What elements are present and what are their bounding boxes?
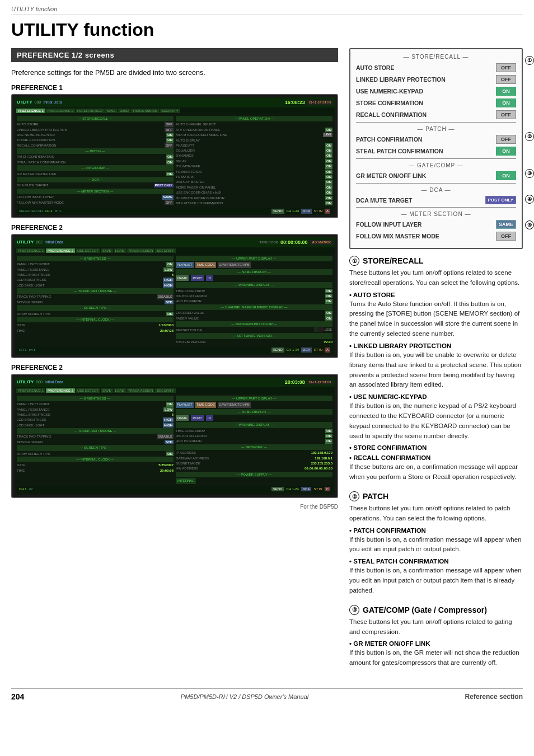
pref2b-upper-section: — UPPER PART DISPLAY — xyxy=(176,396,332,401)
pref2b-body: — BRIGHTNESS — PANEL UNITY POINTON PANEL… xyxy=(15,394,335,494)
bullet-recall-conf: • RECALL CONFIRMATION If these buttons a… xyxy=(349,454,523,482)
selected-ch-lbl: SELECTED CH xyxy=(19,209,43,213)
diag-num-kp: USE NUMERIC-KEYPAD ON xyxy=(356,87,516,96)
tpad-tap-val: DISABLE xyxy=(157,294,174,299)
diag-lib-protect-btn[interactable]: OFF xyxy=(496,75,516,84)
draw-tips-row: DRAW SCREEN TIPSON xyxy=(17,312,174,316)
hdd-io-row: HDD I/O ERRORON xyxy=(176,299,332,303)
sep1 xyxy=(356,122,516,123)
diag-store-conf: STORE CONFIRMATION ON xyxy=(356,98,516,107)
use-enc-val: ON xyxy=(325,190,332,195)
panel-resist-lbl: PANEL RESISTANCE xyxy=(17,267,50,272)
pref2b-name-btn: NAME xyxy=(176,415,189,421)
pref2b-tap-row: TRACK PAD TAPPINGDISABLE xyxy=(17,434,174,439)
pref2a-label: PREFERENCE 2 xyxy=(11,224,338,232)
diag-steal-patch-lbl: STEAL PATCH CONFIRMATION xyxy=(356,148,496,154)
delay-row: DELAYON xyxy=(176,159,332,163)
bullet-patch-conf-title: • PATCH CONFIRMATION xyxy=(349,527,523,534)
lcd-bright-val: HIGH xyxy=(163,278,174,282)
pref2b-gw-val: 192.168.0.1 xyxy=(315,456,332,461)
pref2a-a: A xyxy=(325,348,330,352)
pref2b-meter: CH 1-24 ST IN xyxy=(307,380,332,384)
pref2b-ip-row: IP ADDRESS192.168.0.179 xyxy=(176,450,332,455)
lose-lbl: LOSE xyxy=(324,327,332,332)
pref2b-lcd-back-row: LCD BACK LIGHTHIGH xyxy=(17,423,174,428)
tab-load: LOAD xyxy=(118,109,130,113)
diag-follow-input-btn[interactable]: SAME xyxy=(496,220,516,229)
pref2a-stin: ST IN xyxy=(314,348,322,352)
store-confirm-row: STORE CONFIRMATIONON xyxy=(17,138,174,142)
right-column: — STORE/RECALL — AUTO STORE OFF LINKED L… xyxy=(349,48,523,677)
bullet-gr-meter-title: • GR METER ON/OFF LINK xyxy=(349,640,523,647)
diag-store-conf-btn[interactable]: ON xyxy=(496,98,516,107)
diag-recall-conf-btn[interactable]: OFF xyxy=(496,110,516,119)
pref2a-send: SEND xyxy=(271,348,284,352)
screen-inner-pref1: U ILITY 000 Initial Data 16:08:23 CH 1-2… xyxy=(15,97,335,215)
pref2b-scene-num: 000 xyxy=(36,380,43,384)
diag-follow-mix-lbl: FOLLOW MIX MASTER MODE xyxy=(356,233,496,240)
diag-auto-store-lbl: AUTO STORE xyxy=(356,64,496,71)
diag-auto-store: AUTO STORE OFF xyxy=(356,63,516,72)
sep2 xyxy=(356,158,516,159)
patch-diag-title: — PATCH — xyxy=(356,126,516,132)
dca-btn-sm: DCA xyxy=(301,209,312,213)
diag-steal-patch-btn[interactable]: ON xyxy=(496,147,516,156)
pref2b-left: — BRIGHTNESS — PANEL UNITY POINTON PANEL… xyxy=(17,396,174,484)
digital-io-row: DIGITAL I/O ERRORON xyxy=(176,294,332,298)
pref2b-hdd-row: HDD I/O ERRORON xyxy=(176,439,332,443)
patch-confirm-val: ON xyxy=(166,154,174,159)
pref2a-bottom-left: CH 1 ch 1 xyxy=(19,348,35,352)
pref2b-ip-lbl: IP ADDRESS xyxy=(176,450,196,455)
tpad-tap-row: TRACK PAD TAPPINGDISABLE xyxy=(17,294,174,299)
pref2b-tc-drop-row: TIME CODE DROPON xyxy=(176,429,332,433)
diag-recall-conf-lbl: RECALL CONFIRMATION xyxy=(356,111,496,118)
pref2b-left-info: UTILITY 000 Initial Data xyxy=(17,379,63,384)
pref2b-chrange: CH 1-24 xyxy=(286,487,298,491)
pref2a-title: UTILITY xyxy=(17,240,34,245)
pref2b-subnet-row: SUBNET MODE255.255.255.0 xyxy=(176,461,332,466)
diag-patch-conf-btn[interactable]: OFF xyxy=(496,135,516,144)
callout-1-container: ① xyxy=(525,56,534,65)
store-recall-diag-title: — STORE/RECALL — xyxy=(356,54,516,60)
diag-gr-meter-btn[interactable]: ON xyxy=(496,171,516,180)
tpad-tap-lbl: TRACK PAD TAPPING xyxy=(17,294,51,299)
gr-meter-val: ON xyxy=(166,172,174,176)
lcd-back-val: HIGH xyxy=(163,283,174,288)
pref2b-panel-bright-row: PANEL BRIGHTNESS6 xyxy=(17,412,174,417)
screen-left-col: — STORE/RECALL — AUTO STOREOFF LINKED LI… xyxy=(17,116,174,206)
date-lbl: DATE xyxy=(17,323,26,327)
follow-mix-lbl: FOLLOW MIX MASTER MODE xyxy=(17,200,64,205)
pref2b-lb-val: HIGH xyxy=(163,417,174,422)
pref2b-pb-val: 6 xyxy=(172,412,174,417)
screen-mockup-pref2b: UTILITY 000 Initial Data 20:03:08 CH 1-2… xyxy=(11,374,338,498)
patch-confirm-row: PATCH CONFIRMATIONON xyxy=(17,154,174,159)
pref2b-stin-lbl: ST IN xyxy=(313,487,322,491)
store-confirm-val: ON xyxy=(166,138,174,142)
port-btn: PORT xyxy=(191,275,204,281)
diag-follow-mix-btn[interactable]: OFF xyxy=(496,232,516,241)
to-matrix-row: TO MATRIXON xyxy=(176,175,332,179)
footer-page-num: 204 xyxy=(11,692,24,701)
pref2b-time-lbl: TIME xyxy=(17,468,25,473)
pref2a-main-cols: — BRIGHTNESS — PANEL UNITY POINTON PANEL… xyxy=(17,256,332,345)
tab-save: SAVE xyxy=(105,109,118,113)
diag-num-kp-btn[interactable]: ON xyxy=(496,87,516,96)
diag-dca-mute-btn[interactable]: POST ONLY xyxy=(485,196,517,204)
footer-right-text: Reference section xyxy=(465,693,523,701)
pref2b-dig-lbl: DIGITAL I/O ERROR xyxy=(176,434,207,438)
pref2b-sn-lbl: SUBNET MODE xyxy=(176,461,200,466)
fader-val-row: FADER VALUEON xyxy=(176,316,332,321)
diag-gr-meter-lbl: GR METER ON/OFF LINK xyxy=(356,172,496,179)
store-confirm-lbl: STORE CONFIRMATION xyxy=(17,138,55,142)
circle-num-2: ② xyxy=(349,491,359,501)
upper-part-section: — UPPER PART DISPLAY — xyxy=(176,256,332,261)
gr-meter-row: GR METER ON/OFF LINKON xyxy=(17,172,174,176)
pref2b-brightness-section: — BRIGHTNESS — xyxy=(17,396,174,401)
pref2b-hdd-lbl: HDD I/O ERROR xyxy=(176,439,202,443)
diag-auto-store-btn[interactable]: OFF xyxy=(496,63,516,72)
more-pager-val: ON xyxy=(325,185,332,190)
time-code-btn: TIME CODE xyxy=(195,262,216,267)
equalizer-lbl: EQUALIZER xyxy=(176,148,195,153)
sw-version-section: — SOFTWARE VERSION — xyxy=(176,333,332,339)
page-title: UTILITY function xyxy=(11,20,523,40)
